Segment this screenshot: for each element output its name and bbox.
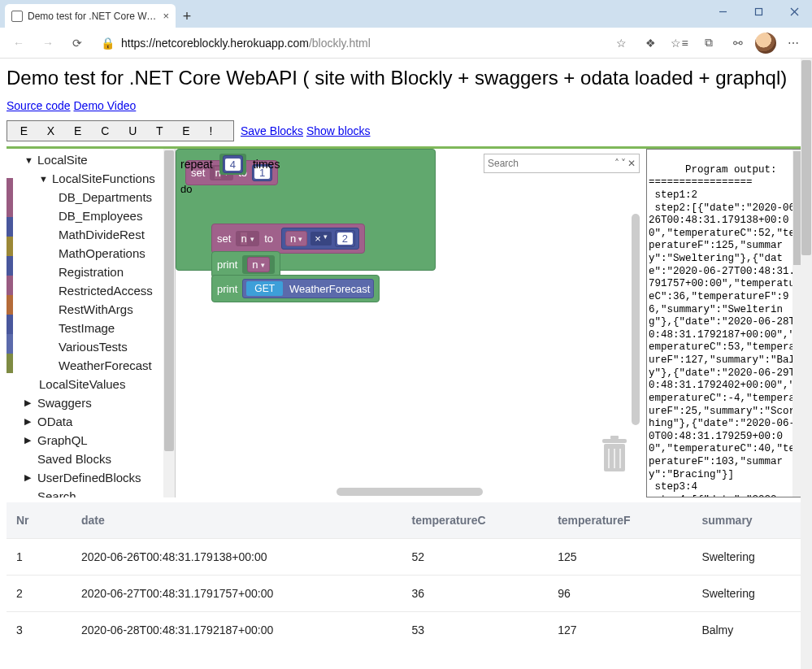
show-blocks-link[interactable]: Show blocks [306, 124, 371, 137]
new-tab-button[interactable]: + [176, 5, 198, 28]
results-table: NrdatetemperatureCtemperatureFsummary 12… [7, 502, 805, 648]
toolbox-userdefined[interactable]: ▶UserDefinedBlocks [13, 468, 175, 487]
lock-icon: 🔒 [101, 37, 115, 50]
table-header: date [72, 502, 402, 539]
toolbox-search[interactable]: Search [13, 487, 175, 497]
search-prev-icon[interactable]: ˄ [614, 158, 619, 169]
table-row: 22020-06-27T00:48:31.1791757+00:003696Sw… [7, 576, 805, 612]
toolbox-item[interactable]: TestImage [13, 319, 175, 337]
window-close-button[interactable] [776, 0, 812, 23]
demo-video-link[interactable]: Demo Video [74, 99, 137, 112]
category-color-strip [7, 149, 13, 497]
toolbox-item[interactable]: VariousTests [13, 337, 175, 356]
block-print-weather[interactable]: print GET WeatherForecast [211, 275, 380, 302]
program-output: Program output: ================= step1:… [646, 149, 805, 497]
toolbox-graphql[interactable]: ▶GraphQL [13, 431, 175, 450]
forward-button[interactable]: → [36, 31, 60, 55]
more-button[interactable]: ⋯ [781, 31, 805, 55]
blockly-workspace[interactable]: ˄ ˅ ✕ set n▾ to 1 repeat 4 times do [176, 149, 643, 497]
toolbox-item[interactable]: MathDivideRest [13, 225, 175, 244]
reading-button[interactable]: ⚯ [726, 31, 750, 55]
collections-button[interactable]: ⧉ [697, 31, 721, 55]
table-row: 32020-06-28T00:48:31.1792187+00:0053127B… [7, 612, 805, 649]
execute-button[interactable]: E X E C U T E ! [7, 120, 234, 141]
search-close-icon[interactable]: ✕ [627, 158, 636, 169]
toolbox-localsitefunctions[interactable]: ▼LocalSiteFunctions [13, 169, 175, 188]
workspace-scrollbar-h[interactable] [176, 486, 643, 497]
toolbox-swaggers[interactable]: ▶Swaggers [13, 393, 175, 412]
toolbox-item[interactable]: DB_Employees [13, 206, 175, 225]
toolbox-item[interactable]: WeatherForecast [13, 356, 175, 375]
toolbox-item[interactable]: DB_Departments [13, 188, 175, 206]
svg-rect-5 [602, 439, 627, 443]
tab-favicon-icon [11, 11, 23, 22]
tracking-button[interactable]: ❖ [638, 31, 662, 55]
table-header: temperatureF [548, 502, 692, 539]
toolbox-item[interactable]: RestrictedAccess [13, 281, 175, 300]
browser-tab[interactable]: Demo test for .NET Core WebAPI × [5, 3, 176, 28]
toolbox-savedblocks[interactable]: Saved Blocks [13, 450, 175, 468]
favorites-list-button[interactable]: ☆≡ [667, 31, 692, 55]
output-text: Program output: ================= step1:… [649, 164, 801, 497]
page-title: Demo test for .NET Core WebAPI ( site wi… [7, 67, 805, 89]
workspace-scrollbar-v[interactable] [632, 214, 640, 425]
profile-avatar[interactable] [755, 33, 776, 54]
browser-titlebar: Demo test for .NET Core WebAPI × + [0, 0, 812, 28]
toolbox-item[interactable]: RestWithArgs [13, 300, 175, 319]
url-box[interactable]: 🔒 https://netcoreblockly.herokuapp.com/b… [94, 32, 604, 54]
toolbox-localsite[interactable]: ▼LocalSite [13, 150, 175, 169]
page-scrollbar[interactable] [801, 59, 812, 669]
window-minimize-button[interactable] [705, 0, 740, 23]
favorite-button[interactable]: ☆ [609, 31, 633, 55]
block-set-n-times-2[interactable]: set n▾ to n▾ ×▾ 2 [211, 224, 365, 254]
url-text: https://netcoreblockly.herokuapp.com/blo… [121, 37, 371, 50]
save-blocks-link[interactable]: Save Blocks [241, 124, 303, 137]
source-code-link[interactable]: Source code [7, 99, 71, 112]
workspace-search-input[interactable] [488, 158, 611, 169]
tab-title: Demo test for .NET Core WebAPI [28, 11, 158, 22]
workspace-search[interactable]: ˄ ˅ ✕ [484, 154, 640, 173]
table-header: summary [692, 502, 805, 539]
svg-rect-6 [610, 436, 619, 439]
back-button[interactable]: ← [7, 31, 31, 55]
search-next-icon[interactable]: ˅ [621, 158, 626, 169]
refresh-button[interactable]: ⟳ [65, 31, 89, 55]
window-maximize-button[interactable] [740, 0, 776, 23]
table-header: Nr [7, 502, 72, 539]
trash-icon[interactable] [597, 434, 632, 475]
table-row: 12020-06-26T00:48:31.179138+00:0052125Sw… [7, 539, 805, 576]
blockly-toolbox: ▼LocalSite ▼LocalSiteFunctions DB_Depart… [13, 149, 176, 497]
toolbox-scrollbar[interactable] [163, 149, 175, 497]
svg-rect-1 [755, 8, 762, 15]
toolbox-item[interactable]: Registration [13, 263, 175, 281]
tab-close-icon[interactable]: × [163, 10, 169, 22]
toolbox-odata[interactable]: ▶OData [13, 412, 175, 431]
toolbox-localsitevalues[interactable]: LocalSiteValues [13, 375, 175, 393]
toolbox-item[interactable]: MathOperations [13, 244, 175, 263]
table-header: temperatureC [402, 502, 549, 539]
address-bar: ← → ⟳ 🔒 https://netcoreblockly.herokuapp… [0, 28, 812, 59]
